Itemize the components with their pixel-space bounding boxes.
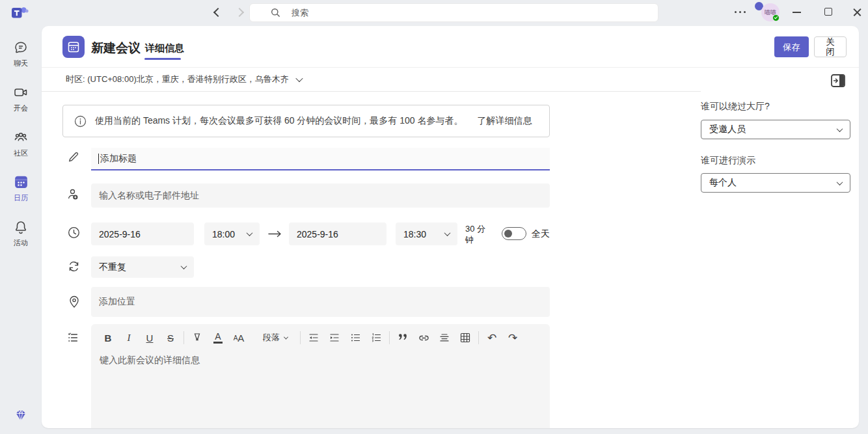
recurrence-value: 不重复 — [99, 262, 126, 273]
app-sidebar: 聊天 开会 社区 — [0, 26, 42, 434]
window-close-button[interactable] — [852, 8, 862, 18]
quote-icon — [397, 332, 409, 344]
end-date-value: 2025-9-16 — [297, 229, 338, 239]
sidebar-item-meet[interactable]: 开会 — [0, 76, 42, 121]
minimize-button[interactable] — [793, 12, 801, 13]
toolbar-divider — [183, 331, 184, 344]
numbered-list-button[interactable] — [368, 330, 385, 346]
highlight-button[interactable] — [189, 330, 206, 346]
maximize-button[interactable] — [824, 8, 832, 16]
meeting-badge — [62, 36, 85, 58]
arrow-right-icon — [267, 229, 283, 239]
learn-more-link[interactable]: 了解详细信息 — [478, 115, 532, 127]
table-button[interactable] — [457, 330, 474, 346]
text-cursor — [98, 154, 99, 164]
more-options-icon[interactable] — [735, 11, 746, 13]
toolbar-divider — [300, 331, 301, 344]
avatar[interactable]: 喵喵 — [761, 3, 780, 21]
page-title: 新建会议 — [91, 40, 141, 57]
end-time-value: 18:30 — [403, 229, 426, 239]
italic-button[interactable]: I — [120, 330, 137, 346]
chevron-down-icon — [295, 74, 303, 81]
presenter-label: 谁可进行演示 — [701, 155, 755, 167]
forward-icon[interactable] — [235, 8, 244, 17]
lobby-bypass-dropdown[interactable]: 受邀人员 — [701, 120, 850, 139]
plan-info-text: 使用当前的 Teams 计划，每次会议最多可获得 60 分钟的会议时间，最多有 … — [95, 115, 463, 127]
sidebar-item-label: 日历 — [14, 193, 28, 203]
attendees-input[interactable]: 输入名称或电子邮件地址 — [91, 183, 550, 208]
save-button[interactable]: 保存 — [774, 36, 809, 57]
search-input[interactable]: 搜索 — [249, 3, 658, 22]
clock-icon — [68, 226, 80, 239]
end-time-dropdown[interactable]: 18:30 — [396, 223, 457, 245]
recurrence-dropdown[interactable]: 不重复 — [91, 256, 194, 278]
sidebar-item-communities[interactable]: 社区 — [0, 121, 42, 166]
underline-button[interactable]: U — [141, 330, 158, 346]
undo-button[interactable]: ↶ — [483, 330, 500, 346]
presenter-dropdown[interactable]: 每个人 — [701, 173, 850, 193]
outdent-icon — [308, 332, 319, 344]
title-placeholder: 添加标题 — [100, 153, 137, 165]
tab-active-indicator — [144, 58, 181, 60]
repeat-icon — [68, 260, 80, 273]
bold-glyph: B — [105, 332, 112, 344]
sidebar-item-label: 活动 — [14, 238, 28, 248]
highlight-icon — [191, 332, 203, 344]
outdent-button[interactable] — [305, 330, 322, 346]
paragraph-label: 段落 — [263, 332, 280, 344]
font-color-button[interactable]: A — [210, 330, 226, 346]
sidebar-item-premium[interactable] — [0, 408, 42, 424]
all-day-toggle[interactable] — [502, 227, 526, 240]
link-button[interactable] — [415, 330, 432, 346]
strikethrough-button[interactable]: S — [162, 330, 179, 346]
back-icon[interactable] — [213, 8, 223, 17]
presence-available-icon — [772, 14, 780, 21]
font-size-button[interactable]: AA — [230, 330, 247, 346]
toolbar-divider — [478, 331, 479, 344]
collapse-panel-button[interactable] — [831, 74, 845, 90]
toolbar-divider — [389, 331, 390, 344]
chevron-down-icon — [837, 126, 843, 132]
details-list-icon — [66, 331, 79, 344]
sidebar-item-label: 聊天 — [14, 59, 28, 68]
meeting-options-panel: 谁可以绕过大厅? 受邀人员 谁可进行演示 每个人 — [701, 67, 859, 428]
description-editor[interactable]: B I U S A AA 段落 — [91, 324, 550, 428]
info-icon — [74, 115, 87, 128]
chevron-down-icon — [247, 230, 253, 236]
start-date-field[interactable]: 2025-9-16 — [91, 223, 194, 245]
start-date-value: 2025-9-16 — [99, 229, 141, 239]
align-button[interactable] — [436, 330, 453, 346]
align-icon — [439, 332, 450, 344]
calendar-icon — [13, 174, 29, 190]
search-placeholder: 搜索 — [292, 7, 308, 19]
paragraph-style-dropdown[interactable]: 段落 — [258, 330, 293, 346]
sidebar-item-chat[interactable]: 聊天 — [0, 31, 42, 76]
all-day-label: 全天 — [532, 228, 550, 240]
start-time-dropdown[interactable]: 18:00 — [204, 223, 260, 245]
indent-button[interactable] — [326, 330, 343, 346]
formatting-toolbar: B I U S A AA 段落 — [91, 324, 550, 346]
end-date-field[interactable]: 2025-9-16 — [289, 223, 387, 245]
close-button[interactable]: 关闭 — [814, 36, 847, 57]
sidebar-item-calendar[interactable]: 日历 — [0, 166, 42, 211]
attendees-placeholder: 输入名称或电子邮件地址 — [99, 190, 199, 202]
quote-button[interactable] — [394, 330, 411, 346]
location-pin-icon — [68, 295, 81, 309]
title-input[interactable]: 添加标题 — [91, 148, 550, 170]
tab-details[interactable]: 详细信息 — [145, 42, 184, 55]
meeting-form: 使用当前的 Teams 计划，每次会议最多可获得 60 分钟的会议时间，最多有 … — [42, 92, 701, 428]
location-input[interactable]: 添加位置 — [91, 287, 550, 317]
sidebar-item-activity[interactable]: 活动 — [0, 211, 42, 256]
timezone-selector[interactable]: 时区: (UTC+08:00)北京，重庆，香港特别行政区，乌鲁木齐 — [42, 67, 701, 92]
teams-window: 搜索 喵喵 聊天 开会 — [0, 0, 868, 434]
bold-button[interactable]: B — [100, 330, 116, 346]
lobby-bypass-value: 受邀人员 — [709, 124, 746, 135]
redo-icon: ↷ — [508, 331, 517, 345]
chevron-down-icon — [444, 230, 451, 236]
sidebar-item-label: 开会 — [14, 103, 28, 113]
new-meeting-dialog: 新建会议 详细信息 保存 关闭 时区: (UTC+08:00)北京，重庆，香港特… — [42, 26, 859, 428]
redo-button[interactable]: ↷ — [504, 330, 521, 346]
bulleted-list-button[interactable] — [347, 330, 364, 346]
chevron-down-icon — [284, 334, 288, 339]
toggle-knob — [504, 230, 512, 237]
